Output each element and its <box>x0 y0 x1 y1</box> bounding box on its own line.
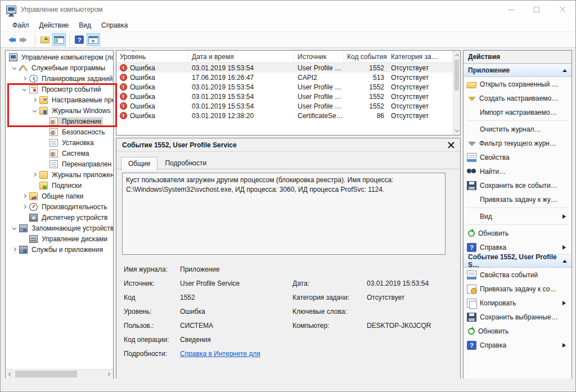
scroll-right-arrow[interactable] <box>104 370 113 379</box>
menu-file[interactable]: Файл <box>7 20 34 31</box>
actions-section-event[interactable]: Событие 1552, User Profile S… <box>464 254 572 268</box>
window-title: Управление компьютером <box>21 6 102 13</box>
action-filter-current-log[interactable]: Фильтр текущего журн… <box>464 136 572 150</box>
expand-chevron-icon[interactable] <box>9 248 19 251</box>
tree-item-device-manager[interactable]: Диспетчер устройств <box>6 212 113 223</box>
scrollbar-thumb[interactable] <box>454 60 459 91</box>
action-properties[interactable]: Свойства <box>464 150 572 164</box>
actions-section-application[interactable]: Приложение <box>464 64 572 77</box>
tree-item-applications-logs[interactable]: Журналы приложен <box>6 169 113 180</box>
action-find[interactable]: Найти… <box>464 164 572 178</box>
tree-item-custom-views[interactable]: Настраиваемые пре <box>6 94 113 105</box>
action-help-submenu[interactable]: Справка <box>464 240 572 254</box>
tree-item-system-log[interactable]: Система <box>6 148 113 159</box>
action-attach-task-to-log[interactable]: Привязать задачу к жу… <box>464 192 572 206</box>
action-clear-log[interactable]: Очистить журнал… <box>464 122 572 136</box>
tree-item-setup-log[interactable]: Установка <box>6 137 113 148</box>
tree-item-security-log[interactable]: Безопасность <box>6 127 113 137</box>
setup-log-icon <box>50 139 58 147</box>
action-open-saved-log[interactable]: Открыть сохраненный … <box>464 77 572 91</box>
online-help-link[interactable]: Справка в Интернете для <box>180 350 292 358</box>
action-import-custom-view[interactable]: Импорт настраиваемо… <box>464 105 572 119</box>
collapse-section-icon[interactable] <box>562 67 567 72</box>
tree-item-task-scheduler[interactable]: Планировщик заданий <box>6 73 113 84</box>
expand-chevron-icon[interactable] <box>29 173 39 176</box>
action-view-submenu[interactable]: Вид <box>464 209 572 223</box>
collapse-section-icon[interactable] <box>562 258 567 263</box>
expand-chevron-icon[interactable] <box>19 205 29 208</box>
tree-item-storage[interactable]: Запоминающие устройств <box>6 223 113 233</box>
submenu-arrow-icon <box>562 214 568 219</box>
action-save-all-events[interactable]: Сохранить все событи… <box>464 178 572 192</box>
event-row[interactable]: Ошибка 03.01.2019 15:53:54 User Profile … <box>116 63 453 73</box>
show-console-tree-button[interactable] <box>52 33 66 46</box>
action-refresh-event[interactable]: Обновить <box>464 324 572 338</box>
tree-item-computer-management[interactable]: Управление компьютером (ло <box>6 52 113 62</box>
help-button[interactable] <box>73 33 86 46</box>
action-refresh[interactable]: Обновить <box>464 226 572 240</box>
scrollbar-thumb[interactable] <box>15 371 77 377</box>
column-header-source[interactable]: Источник <box>294 51 344 62</box>
forward-button[interactable] <box>18 33 32 46</box>
copy-icon <box>467 299 476 308</box>
task-scheduler-icon <box>29 75 38 83</box>
tree-horizontal-scrollbar[interactable] <box>6 369 113 379</box>
menu-view[interactable]: Вид <box>74 20 96 31</box>
detail-close-icon[interactable] <box>448 142 454 148</box>
expand-chevron-icon[interactable] <box>19 195 29 197</box>
up-folder-button[interactable] <box>38 33 52 46</box>
scroll-down-arrow[interactable] <box>453 127 461 135</box>
tree-item-subscriptions[interactable]: Подписки <box>6 180 113 191</box>
event-list-vertical-scrollbar[interactable] <box>453 51 460 135</box>
scroll-up-arrow[interactable] <box>453 51 461 59</box>
app-icon <box>6 6 16 14</box>
action-help-event-submenu[interactable]: Справка <box>464 338 572 352</box>
expand-chevron-icon[interactable] <box>29 98 39 101</box>
tab-details[interactable]: Подробности <box>158 156 214 170</box>
event-row[interactable]: Ошибка 03.01.2019 15:53:54 User Profile … <box>116 101 453 111</box>
action-create-custom-view[interactable]: Создать настраиваемо… <box>464 91 572 105</box>
column-header-event-code[interactable]: Код события <box>344 51 388 62</box>
tree-item-forwarded-events-log[interactable]: Перенаправлен <box>6 159 113 169</box>
tree-item-disk-management[interactable]: Управление дисками <box>6 233 113 244</box>
tree-item-system-tools[interactable]: Служебные программы <box>6 62 113 73</box>
tree-item-services-and-applications[interactable]: Службы и приложения <box>6 244 113 255</box>
column-header-level[interactable]: Уровень <box>116 51 188 62</box>
tree-item-windows-logs[interactable]: Журналы Windows <box>6 105 113 116</box>
tree-item-performance[interactable]: Производительность <box>6 201 113 212</box>
maximize-button[interactable] <box>524 1 550 19</box>
minimize-button[interactable] <box>498 1 524 19</box>
collapse-chevron-icon[interactable] <box>29 109 39 112</box>
event-row[interactable]: Ошибка 03.01.2019 15:53:54 User Profile … <box>116 82 453 92</box>
tree-item-shared-folders[interactable]: Общие папки <box>6 191 113 201</box>
collapse-chevron-icon[interactable] <box>19 88 29 91</box>
tools-icon <box>19 64 28 72</box>
column-header-datetime[interactable]: Дата и время <box>188 51 294 62</box>
column-header-task-category[interactable]: Категория за… <box>388 51 453 62</box>
security-log-icon <box>50 128 58 136</box>
expand-chevron-icon[interactable] <box>19 77 29 80</box>
scroll-left-arrow[interactable] <box>6 370 15 379</box>
action-event-properties[interactable]: Свойства событий <box>464 268 572 282</box>
event-row[interactable]: Ошибка 03.01.2019 15:53:54 User Profile … <box>116 92 453 101</box>
field-label: Ключевые слова: <box>292 308 367 316</box>
event-row[interactable]: Ошибка 03.01.2019 12:38:20 CertificateSe… <box>116 111 453 120</box>
close-button[interactable] <box>550 1 575 19</box>
action-save-selected-events[interactable]: Сохранить выбранные… <box>464 310 572 324</box>
help-icon <box>75 35 84 44</box>
back-button[interactable] <box>4 33 17 46</box>
action-attach-task-to-event[interactable]: Привязать задачу к со… <box>464 282 572 296</box>
show-action-pane-button[interactable] <box>87 33 100 46</box>
tree-item-event-viewer[interactable]: Просмотр событий <box>6 84 113 94</box>
collapse-chevron-icon[interactable] <box>9 227 19 229</box>
action-copy-submenu[interactable]: Копировать <box>464 296 572 310</box>
event-row[interactable]: Ошибка 17.06.2019 16:26:47 CAPI2 513 Отс… <box>116 73 453 82</box>
menu-action[interactable]: Действие <box>34 20 74 31</box>
actions-separator <box>467 120 568 121</box>
menu-help[interactable]: Справка <box>96 20 133 31</box>
tree-item-application-log[interactable]: Приложение <box>6 116 113 127</box>
event-description[interactable]: Куст пользователя загружен другим процес… <box>122 173 446 255</box>
collapse-chevron-icon[interactable] <box>9 66 19 69</box>
tab-general[interactable]: Общие <box>121 157 158 170</box>
field-value: 03.01.2019 15:53:54 <box>367 280 454 287</box>
